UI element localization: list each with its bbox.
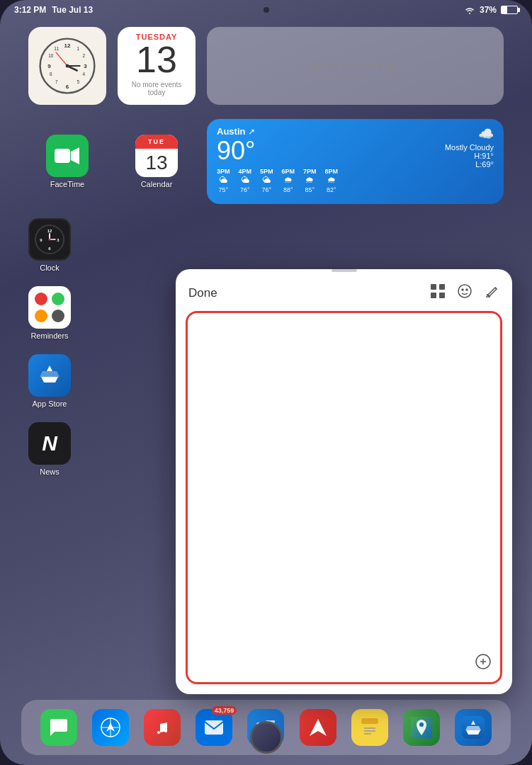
appstore-app[interactable]: App Store: [28, 354, 71, 408]
weather-temp: 90°: [217, 136, 255, 165]
left-app-column: 12 3 6 9 Clock: [28, 218, 71, 476]
news-icon: N: [28, 422, 71, 465]
dot-orange: [35, 310, 47, 322]
mail-badge: 43,759: [212, 706, 237, 715]
panel-done-button[interactable]: Done: [188, 286, 217, 300]
weather-hour-5: 8PM 🌧 82°: [325, 168, 339, 193]
svg-text:7: 7: [55, 79, 58, 84]
svg-point-17: [66, 64, 69, 68]
widget-no-content[interactable]: No content available: [207, 27, 504, 105]
widgets-row-2: FaceTime TUE 13 Calendar: [28, 119, 504, 204]
svg-text:10: 10: [48, 53, 54, 58]
calendar-icon: TUE 13: [135, 135, 178, 177]
dock-safari[interactable]: [92, 709, 129, 746]
panel-bottom-circle-icon[interactable]: [475, 653, 492, 674]
maps-dock-icon: [403, 709, 440, 746]
messages-dock-icon: [40, 709, 77, 746]
no-content-label: No content available: [314, 61, 397, 72]
status-time: 3:12 PM: [14, 5, 46, 15]
panel-edit-icon[interactable]: [484, 283, 499, 302]
widget-clock[interactable]: 12 3 6 9 1 2 4 5 7 8 10 11: [28, 27, 106, 105]
reminders-app[interactable]: Reminders: [28, 286, 71, 340]
svg-rect-31: [431, 293, 436, 298]
calendar-date: 13: [136, 41, 177, 78]
facetime-app[interactable]: FaceTime: [46, 135, 89, 188]
weather-desc: Mostly Cloudy: [445, 143, 494, 152]
weather-hourly: 3PM 🌥 75° 4PM 🌥 76° 5PM 🌥 76°: [217, 168, 494, 193]
facetime-label: FaceTime: [50, 180, 85, 188]
svg-text:1: 1: [77, 46, 79, 51]
panel-emoji-icon[interactable]: [457, 283, 472, 302]
facetime-icon: [46, 135, 89, 177]
battery-icon: [501, 6, 518, 14]
widget-calendar-small[interactable]: TUESDAY 13 No more events today: [118, 27, 196, 105]
wifi-icon: [464, 6, 475, 14]
notes-dock-icon: [351, 709, 388, 746]
reminders-label: Reminders: [30, 332, 68, 340]
svg-marker-19: [71, 147, 79, 164]
dock-appstore2[interactable]: [455, 709, 492, 746]
dock-maps[interactable]: [403, 709, 440, 746]
widget-panel: Done: [176, 269, 512, 694]
home-button[interactable]: [250, 721, 283, 754]
cal-icon-date: 13: [145, 152, 167, 174]
weather-hi: H:91°: [445, 152, 494, 160]
dock-messages[interactable]: [40, 709, 77, 746]
svg-point-35: [466, 289, 468, 290]
reminders-dots: [29, 287, 70, 328]
drag-handle[interactable]: [332, 269, 357, 272]
news-app[interactable]: N News: [28, 422, 71, 476]
svg-rect-18: [55, 149, 70, 163]
svg-text:12: 12: [64, 42, 71, 49]
calendar-label: Calendar: [141, 180, 173, 188]
svg-text:8: 8: [50, 72, 52, 76]
battery-percent: 37%: [480, 5, 497, 15]
apps-col-2: TUE 13 Calendar: [118, 135, 196, 188]
svg-text:9: 9: [47, 63, 51, 69]
direct-dock-icon: [300, 709, 336, 746]
appstore2-dock-icon: [455, 709, 492, 746]
svg-rect-30: [439, 284, 445, 290]
apps-col-1: FaceTime: [28, 135, 106, 188]
appstore-label: App Store: [33, 400, 67, 408]
ipad-frame: 3:12 PM Tue Jul 13 37% 12: [0, 0, 532, 765]
dot-gray: [52, 310, 64, 322]
weather-hour-1: 4PM 🌥 76°: [239, 168, 252, 193]
appstore-icon: [28, 354, 71, 397]
panel-header: Done: [176, 275, 512, 308]
clock-app-label: Clock: [40, 264, 60, 272]
svg-point-34: [462, 289, 463, 290]
svg-point-0: [469, 13, 470, 14]
svg-text:6: 6: [66, 84, 69, 90]
calendar-app[interactable]: TUE 13 Calendar: [135, 135, 178, 188]
svg-text:3: 3: [84, 63, 87, 69]
clock-app[interactable]: 12 3 6 9 Clock: [28, 218, 71, 272]
svg-text:5: 5: [77, 79, 79, 84]
dot-green: [52, 293, 64, 305]
panel-grid-icon[interactable]: [430, 283, 446, 302]
weather-hour-4: 7PM 🌧 85°: [303, 168, 317, 193]
clock-app-icon: 12 3 6 9: [28, 218, 71, 261]
dock-direct[interactable]: [300, 709, 336, 746]
dock-notes[interactable]: [351, 709, 388, 746]
weather-hour-2: 5PM 🌥 76°: [260, 168, 273, 193]
weather-hour-0: 3PM 🌥 75°: [217, 168, 230, 193]
weather-lo: L:69°: [445, 160, 494, 169]
calendar-subtitle: No more events today: [118, 78, 196, 99]
dock-mail[interactable]: 43,759: [196, 709, 232, 746]
svg-text:11: 11: [54, 46, 60, 51]
svg-point-33: [458, 285, 471, 298]
dot-red: [35, 293, 47, 305]
dock-music[interactable]: [144, 709, 181, 746]
status-date: Tue Jul 13: [52, 5, 93, 15]
svg-text:12: 12: [47, 229, 52, 233]
cal-icon-day: TUE: [148, 138, 165, 145]
svg-text:4: 4: [82, 72, 85, 76]
widget-weather[interactable]: Austin ↗ 90° ☁️ Mostly Cloudy H:91° L:69…: [207, 119, 504, 204]
safari-dock-icon: [92, 709, 129, 746]
front-camera: [264, 7, 269, 13]
weather-city: Austin: [217, 126, 245, 137]
reminders-icon: [28, 286, 71, 329]
svg-point-50: [419, 722, 424, 727]
svg-marker-43: [310, 719, 327, 736]
